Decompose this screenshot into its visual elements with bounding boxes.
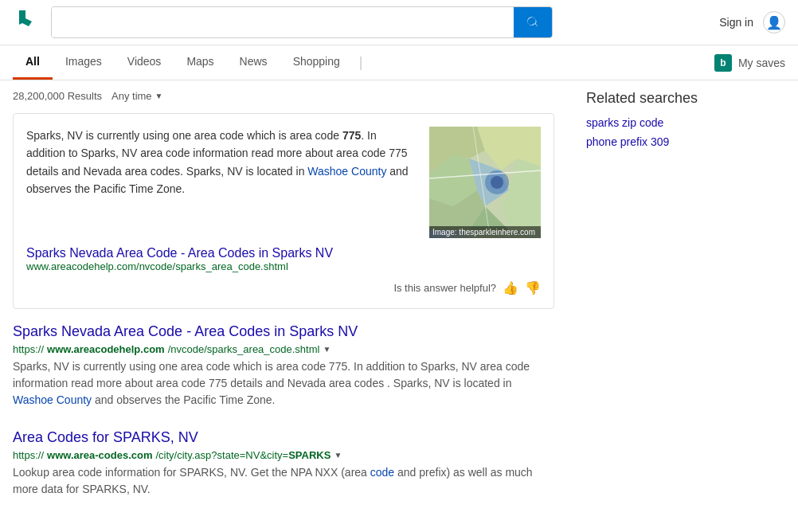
result-2-url: https://www.area-codes.com/city/city.asp…: [13, 449, 554, 461]
any-time-filter[interactable]: Any time ▼: [111, 90, 162, 102]
answer-source: Sparks Nevada Area Code - Area Codes in …: [26, 246, 541, 272]
result-item-1: Sparks Nevada Area Code - Area Codes in …: [13, 322, 554, 409]
result-2-dropdown-icon[interactable]: ▼: [334, 451, 342, 460]
nav-tabs: All Images Videos Maps News Shopping | b…: [0, 45, 798, 80]
tab-all[interactable]: All: [13, 45, 53, 80]
main-results: 28,200,000 Results Any time ▼ Sparks, NV…: [13, 90, 554, 517]
result-2-url-bold: www.area-codes.com: [47, 449, 152, 461]
tab-news[interactable]: News: [227, 45, 280, 80]
result-2-url-prefix: https://: [13, 449, 44, 461]
answer-box: Sparks, NV is currently using one area c…: [13, 113, 554, 309]
result-1-snippet: Sparks, NV is currently using one area c…: [13, 358, 554, 409]
result-2-snippet: Lookup area code information for SPARKS,…: [13, 464, 554, 498]
nav-right-group: b My saves: [714, 54, 785, 72]
helpful-label: Is this answer helpful?: [393, 282, 496, 294]
related-link-2[interactable]: phone prefix 309: [586, 135, 785, 148]
tab-shopping[interactable]: Shopping: [280, 45, 353, 80]
svg-point-9: [491, 176, 503, 189]
my-saves-link[interactable]: My saves: [738, 57, 785, 69]
tab-images[interactable]: Images: [53, 45, 115, 80]
result-2-snippet-link: code: [370, 466, 394, 479]
search-input[interactable]: sparks area code: [52, 7, 514, 37]
related-searches-title: Related searches: [586, 90, 785, 107]
header: sparks area code Sign in 👤: [0, 0, 798, 45]
result-1-url-rest: /nvcode/sparks_area_code.shtml: [168, 343, 320, 355]
results-meta: 28,200,000 Results Any time ▼: [13, 90, 554, 102]
answer-text-part1: Sparks, NV is currently using one area c…: [26, 129, 342, 142]
sidebar: Related searches sparks zip code phone p…: [586, 90, 785, 517]
map-image: Image: thesparkleinhere.com: [429, 127, 541, 238]
answer-area-code: 775: [342, 129, 361, 142]
results-area: 28,200,000 Results Any time ▼ Sparks, NV…: [0, 80, 798, 526]
result-1-url-prefix: https://: [13, 343, 44, 355]
map-caption: Image: thesparkleinhere.com: [429, 226, 541, 238]
result-1-title[interactable]: Sparks Nevada Area Code - Area Codes in …: [13, 323, 358, 339]
search-button[interactable]: [514, 7, 552, 37]
tab-maps[interactable]: Maps: [174, 45, 226, 80]
search-icon: [526, 15, 540, 29]
result-2-title[interactable]: Area Codes for SPARKS, NV: [13, 429, 198, 445]
header-right: Sign in 👤: [719, 11, 785, 33]
bing-small-icon: b: [714, 54, 732, 72]
result-1-dropdown-icon[interactable]: ▼: [323, 345, 331, 354]
related-link-1[interactable]: sparks zip code: [586, 116, 785, 129]
answer-source-url: www.areacodehelp.com/nvcode/sparks_area_…: [26, 260, 541, 272]
answer-map: Image: thesparkleinhere.com: [429, 127, 541, 238]
results-count: 28,200,000 Results: [13, 90, 102, 102]
nav-divider: |: [353, 54, 370, 71]
answer-footer: Is this answer helpful? 👍 👎: [26, 280, 541, 295]
bing-logo: [13, 7, 38, 38]
dropdown-arrow-icon: ▼: [155, 92, 163, 100]
result-1-url: https://www.areacodehelp.com/nvcode/spar…: [13, 343, 554, 355]
tab-videos[interactable]: Videos: [115, 45, 174, 80]
answer-text: Sparks, NV is currently using one area c…: [26, 127, 417, 238]
answer-source-title[interactable]: Sparks Nevada Area Code - Area Codes in …: [26, 246, 333, 260]
search-box[interactable]: sparks area code: [51, 6, 553, 38]
washoe-county-link[interactable]: Washoe County: [307, 165, 386, 178]
result-1-snippet-link: Washoe County: [13, 393, 92, 406]
result-item-2: Area Codes for SPARKS, NV https://www.ar…: [13, 428, 554, 498]
answer-content: Sparks, NV is currently using one area c…: [26, 127, 541, 238]
result-1-url-bold: www.areacodehelp.com: [47, 343, 165, 355]
thumbs-up-icon[interactable]: 👍: [503, 280, 518, 295]
sign-in-link[interactable]: Sign in: [719, 16, 753, 29]
result-2-url-rest: /city/city.asp?state=NV&city=SPARKS: [156, 449, 331, 461]
user-icon[interactable]: 👤: [763, 11, 785, 33]
thumbs-down-icon[interactable]: 👎: [525, 280, 541, 295]
